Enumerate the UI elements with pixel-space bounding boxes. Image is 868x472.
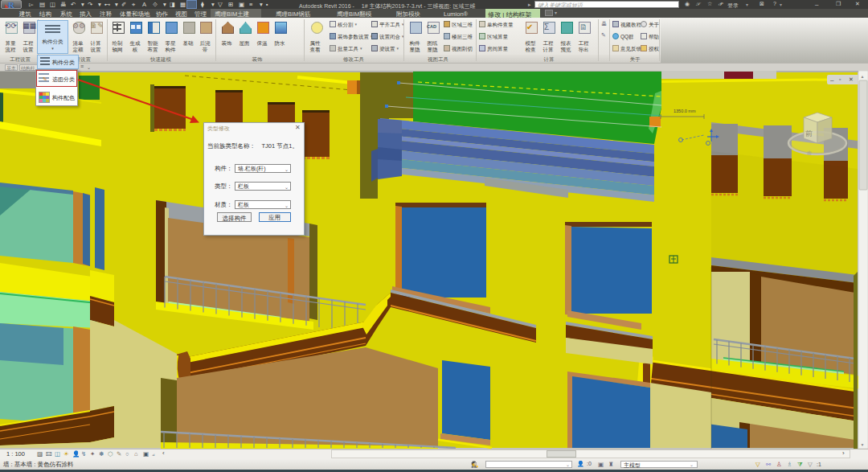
svg-text:✕: ✕ bbox=[849, 76, 854, 82]
svg-text:▼: ▼ bbox=[861, 442, 865, 447]
svg-text:▫: ▫ bbox=[839, 76, 841, 82]
svg-text:前: 前 bbox=[805, 129, 813, 137]
svg-text:▲: ▲ bbox=[861, 74, 865, 79]
svg-text:南: 南 bbox=[807, 150, 812, 155]
svg-text:1350.0 mm: 1350.0 mm bbox=[674, 109, 696, 113]
svg-text:–: – bbox=[830, 76, 834, 84]
